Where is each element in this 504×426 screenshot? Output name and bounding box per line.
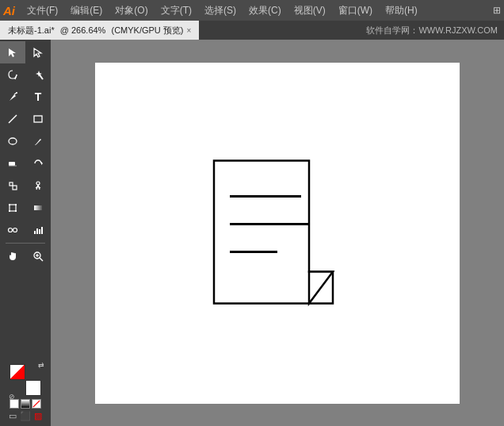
svg-point-14 [36,182,40,185]
tool-row-4 [0,108,51,130]
toolbar: T [0,40,51,426]
free-transform-tool[interactable] [0,197,25,219]
svg-point-26 [13,228,17,232]
color-swatches: ⇄ ⊘ [8,363,43,397]
bottom-icons: ▭ ⬛ ▨ [3,411,48,421]
tool-row-10 [0,245,51,267]
svg-line-36 [33,401,40,407]
svg-rect-30 [39,229,40,234]
tab-title: 未标题-1.ai* @ 266.64% (CMYK/GPU 预览) [8,25,184,36]
tool-separator [6,243,45,244]
svg-line-33 [40,258,43,261]
svg-marker-1 [34,48,41,57]
active-tab[interactable]: 未标题-1.ai* @ 266.64% (CMYK/GPU 预览) × [0,21,199,40]
tool-row-2 [0,63,51,86]
none-fill-btn[interactable] [32,399,41,409]
menu-select[interactable]: 选择(S) [199,2,242,19]
eraser-tool[interactable] [0,152,25,175]
tab-close-button[interactable]: × [187,26,192,35]
canvas [95,63,460,404]
svg-point-25 [9,228,13,232]
svg-rect-9 [9,162,15,166]
gradient-tool[interactable] [25,197,51,219]
fill-swatch[interactable] [10,364,25,380]
pen-tool[interactable] [0,86,25,108]
puppet-warp-tool[interactable] [25,175,51,197]
tool-row-9 [0,219,51,241]
website-label: 软件自学网：WWW.RJZXW.COM [366,25,504,36]
hand-tool[interactable] [0,245,25,267]
direct-select-tool[interactable] [25,41,51,63]
tool-row-5 [0,130,51,152]
svg-rect-12 [10,182,13,186]
svg-point-5 [16,92,17,94]
zoom-view-tool[interactable] [25,245,51,267]
color-area: ⇄ ⊘ ▭ ⬛ ▨ [0,359,51,424]
document-icon [206,152,349,313]
svg-marker-0 [9,48,16,57]
paintbrush-tool[interactable] [25,130,51,152]
tool-row-1 [0,41,51,63]
lasso-tool[interactable] [0,63,25,86]
svg-rect-7 [34,116,42,122]
none-color-icon[interactable]: ⊘ [9,393,15,401]
chart-tool[interactable] [25,219,51,241]
svg-marker-11 [41,162,43,165]
svg-line-6 [9,115,17,123]
menu-object[interactable]: 对象(O) [109,2,153,19]
main-area: T [0,40,504,426]
svg-rect-24 [34,205,42,210]
tool-row-6 [0,152,51,175]
menu-view[interactable]: 视图(V) [288,2,331,19]
svg-rect-19 [10,205,16,211]
line-tool[interactable] [0,108,25,130]
workspace-switcher-icon[interactable]: ⊞ [493,5,501,16]
app-logo: Ai [3,4,15,17]
tool-row-7 [0,175,51,197]
tool-row-3: T [0,86,51,108]
rect-tool[interactable] [25,108,51,130]
menu-window[interactable]: 窗口(W) [333,2,378,19]
menu-help[interactable]: 帮助(H) [380,2,423,19]
swap-colors-icon[interactable]: ⇄ [38,361,44,369]
svg-line-18 [38,186,40,188]
svg-point-8 [9,138,17,144]
menu-bar: Ai 文件(F) 编辑(E) 对象(O) 文字(T) 选择(S) 效果(C) 视… [0,0,504,21]
rotate-tool[interactable] [25,152,51,175]
svg-rect-23 [15,210,17,212]
menu-text[interactable]: 文字(T) [155,2,197,19]
tool-row-8 [0,197,51,219]
full-screen-icon[interactable]: ⬛ [20,411,31,421]
svg-rect-13 [13,186,17,190]
svg-rect-28 [34,231,36,234]
svg-rect-22 [9,210,10,212]
select-tool[interactable] [0,41,25,63]
svg-rect-20 [9,204,10,205]
svg-rect-29 [36,228,38,234]
svg-line-17 [36,186,38,188]
menu-file[interactable]: 文件(F) [21,2,63,19]
blend-tool[interactable] [0,219,25,241]
gradient-color-btn[interactable] [21,399,30,409]
menu-edit[interactable]: 编辑(E) [65,2,108,19]
svg-rect-31 [41,227,43,234]
stroke-swatch[interactable] [25,380,41,396]
full-screen-no-bar-icon[interactable]: ▨ [34,411,42,421]
type-tool[interactable]: T [25,86,51,108]
magic-wand-tool[interactable] [25,63,51,86]
menu-effect[interactable]: 效果(C) [243,2,287,19]
scale-tool[interactable] [0,175,25,197]
ellipse-tool[interactable] [0,130,25,152]
canvas-area[interactable] [51,40,504,426]
svg-rect-21 [15,204,17,205]
tab-bar: 未标题-1.ai* @ 266.64% (CMYK/GPU 预览) × 软件自学… [0,21,504,40]
screen-mode-icon[interactable]: ▭ [9,411,17,421]
